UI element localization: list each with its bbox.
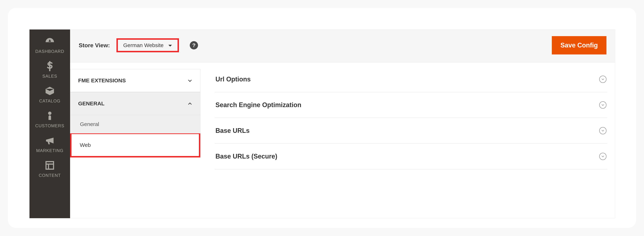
- admin-frame: DASHBOARD SALES CATALOG: [30, 30, 615, 218]
- person-icon: [45, 111, 55, 123]
- config-subitem-general[interactable]: General: [70, 115, 200, 133]
- settings-group-title: Url Options: [216, 76, 251, 83]
- question-mark-glyph: ?: [192, 42, 196, 48]
- layout-icon: [45, 160, 55, 173]
- chevron-down-icon: [599, 153, 606, 160]
- config-subitem-label: General: [80, 121, 99, 127]
- settings-group-base-urls[interactable]: Base URLs: [215, 118, 607, 144]
- chevron-down-icon: [599, 101, 606, 108]
- sidebar-item-marketing[interactable]: MARKETING: [30, 132, 70, 157]
- sidebar-item-label: CUSTOMERS: [35, 123, 64, 128]
- megaphone-icon: [45, 136, 55, 148]
- admin-card: DASHBOARD SALES CATALOG: [8, 8, 636, 228]
- sidebar-item-label: CATALOG: [39, 98, 60, 104]
- chevron-down-icon: [188, 78, 192, 83]
- sidebar-item-label: SALES: [42, 74, 57, 79]
- toolbar: Store View: German Website ? Save Config: [70, 30, 615, 62]
- config-nav: FME EXTENSIONS GENERAL G: [70, 62, 200, 218]
- store-view-selected-value: German Website: [123, 42, 164, 48]
- chevron-down-icon: [599, 76, 606, 83]
- caret-down-icon: [168, 42, 172, 48]
- save-config-button[interactable]: Save Config: [552, 36, 606, 54]
- settings-column: Url Options Search Engine Optimization: [200, 62, 615, 218]
- sidebar-item-label: CONTENT: [39, 173, 61, 178]
- sidebar-item-dashboard[interactable]: DASHBOARD: [30, 33, 70, 58]
- gauge-icon: [45, 36, 55, 49]
- viewport: DASHBOARD SALES CATALOG: [0, 0, 644, 236]
- chevron-up-icon: [188, 101, 192, 106]
- sidebar-item-label: MARKETING: [36, 148, 64, 153]
- store-view-label: Store View:: [79, 42, 110, 49]
- sidebar-item-customers[interactable]: CUSTOMERS: [30, 107, 70, 132]
- main-content: Store View: German Website ? Save Config: [70, 30, 615, 218]
- config-subitem-label: Web: [80, 142, 91, 148]
- settings-group-title: Base URLs: [216, 127, 250, 134]
- settings-group-url-options[interactable]: Url Options: [215, 69, 607, 92]
- settings-group-base-urls-secure[interactable]: Base URLs (Secure): [215, 144, 607, 169]
- admin-sidebar: DASHBOARD SALES CATALOG: [30, 30, 70, 218]
- settings-group-seo[interactable]: Search Engine Optimization: [215, 92, 607, 118]
- config-section-label: FME EXTENSIONS: [78, 78, 126, 84]
- content-row: FME EXTENSIONS GENERAL G: [70, 62, 615, 218]
- sidebar-item-sales[interactable]: SALES: [30, 58, 70, 82]
- settings-group-title: Search Engine Optimization: [216, 101, 301, 109]
- config-section-fme-extensions[interactable]: FME EXTENSIONS: [70, 69, 200, 92]
- config-subitem-web[interactable]: Web: [70, 133, 200, 158]
- help-icon[interactable]: ?: [190, 41, 198, 50]
- chevron-down-icon: [599, 127, 606, 134]
- config-section-label: GENERAL: [78, 100, 104, 106]
- sidebar-item-catalog[interactable]: CATALOG: [30, 82, 70, 107]
- sidebar-item-label: DASHBOARD: [35, 49, 64, 54]
- sidebar-item-content[interactable]: CONTENT: [30, 157, 70, 182]
- settings-group-title: Base URLs (Secure): [216, 152, 277, 160]
- svg-point-0: [48, 112, 52, 115]
- box-icon: [45, 86, 55, 98]
- store-view-select[interactable]: German Website: [116, 38, 179, 52]
- config-section-general[interactable]: GENERAL: [70, 92, 200, 115]
- dollar-icon: [45, 61, 55, 74]
